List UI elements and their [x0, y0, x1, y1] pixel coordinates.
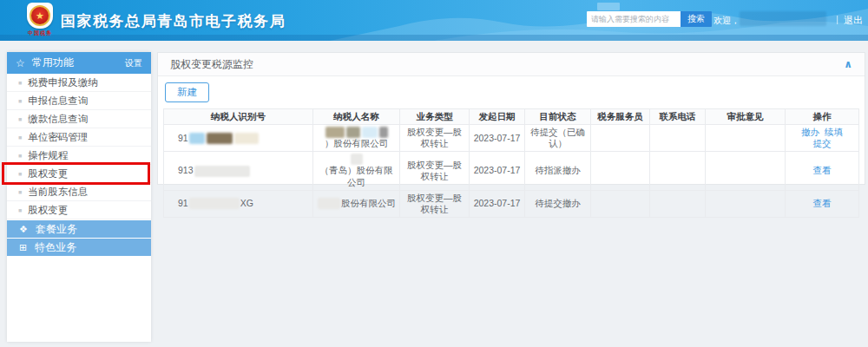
taxpayer-id-visible: 91 — [178, 198, 188, 209]
page-title: 国家税务总局青岛市电子税务局 — [61, 11, 286, 31]
col-status: 目前状态 — [525, 109, 591, 124]
start-date-cell: 2023-07-17 — [470, 152, 525, 189]
actions-cell: 查看 — [786, 152, 858, 189]
sidebar-section-package-business[interactable]: ❖ 套餐业务 — [7, 220, 151, 238]
business-type-cell: 股权变更—股权转让 — [400, 191, 470, 217]
table-row: 91 XG 股份有限公司 股权变更—股权转让 2023-07-17 待提交撤办 … — [164, 191, 858, 217]
redacted-block — [194, 166, 250, 177]
redacted-block — [346, 127, 360, 138]
red-highlight-box — [2, 162, 150, 185]
sidebar-section-label: 特色业务 — [35, 240, 76, 255]
sidebar-section-special-business[interactable]: ⊞ 特色业务 — [7, 239, 151, 256]
taxpayer-id-visible-suffix: XG — [240, 198, 253, 209]
welcome-label: 欢迎， — [713, 15, 740, 27]
taxpayer-id-cell: 91 — [164, 125, 313, 151]
col-start-date: 发起日期 — [470, 109, 525, 124]
redacted-block — [207, 133, 233, 144]
bullet-icon: ■ — [18, 80, 22, 86]
actions-cell: 撤办 续填 提交 — [786, 125, 858, 151]
col-taxpayer-name: 纳税人名称 — [313, 109, 400, 124]
taxpayer-name-cell: 股份有限公司 — [313, 191, 400, 217]
bullet-icon: ■ — [18, 98, 22, 104]
submit-link[interactable]: 提交 — [813, 138, 832, 149]
sidebar-item-equity-change[interactable]: ■ 股权变更 — [7, 165, 151, 183]
withdraw-link[interactable]: 撤办 — [801, 127, 819, 138]
col-taxpayer-id: 纳税人识别号 — [164, 109, 313, 124]
view-link[interactable]: 查看 — [813, 198, 832, 209]
redacted-badge — [597, 3, 620, 10]
sidebar-item-current-shareholder-info[interactable]: ■ 当前股东信息 — [7, 183, 151, 201]
start-date-cell: 2023-07-17 — [470, 191, 525, 217]
status-cell: 待指派撤办 — [525, 152, 591, 189]
settings-link[interactable]: 设置 — [125, 57, 142, 69]
main-panel: 股权变更税源监控 ∧ 新建 纳税人识别号 纳税人名称 业务类型 发起日期 目前状… — [157, 52, 865, 185]
sidebar-header-title: 常用功能 — [32, 56, 125, 70]
bullet-icon: ■ — [18, 153, 22, 159]
bullet-icon: ■ — [18, 171, 22, 177]
view-link[interactable]: 查看 — [813, 165, 832, 176]
opinion-cell — [706, 125, 786, 151]
logo-caption: 中国税务 — [24, 29, 56, 37]
sidebar-item-label: 单位密码管理 — [28, 131, 88, 144]
sidebar-item-label: 股权变更 — [28, 204, 68, 217]
redacted-block — [189, 133, 205, 144]
table-row: 91 ）股份有限公司 股权变更—股权转让 2023-07-17 待提交（已确认）… — [164, 125, 858, 152]
col-phone: 联系电话 — [650, 109, 706, 124]
sidebar-item-unit-password-mgmt[interactable]: ■ 单位密码管理 — [7, 128, 151, 147]
taxpayer-id-cell: 91 XG — [164, 191, 313, 217]
tax-officer-cell — [591, 152, 650, 189]
taxpayer-id-visible: 91 — [178, 133, 188, 144]
taxpayer-name-visible: （青岛）股份有限公司 — [316, 165, 397, 187]
taxpayer-id-visible: 913 — [178, 165, 194, 176]
sidebar-item-label: 操作规程 — [28, 149, 68, 162]
sidebar-item-declaration-info-query[interactable]: ■ 申报信息查询 — [7, 92, 151, 110]
header-divider: | — [836, 14, 838, 27]
logout-link[interactable]: 退出 — [844, 14, 863, 27]
opinion-cell — [706, 152, 786, 189]
new-button[interactable]: 新建 — [165, 82, 209, 102]
redacted-block — [318, 198, 340, 209]
sidebar-item-label: 当前股东信息 — [28, 186, 88, 199]
sidebar-item-operation-guide[interactable]: ■ 操作规程 — [7, 147, 151, 165]
sidebar-item-tax-declaration-payment[interactable]: ■ 税费申报及缴纳 — [7, 74, 151, 92]
status-cell: 待提交（已确认） — [525, 125, 591, 151]
sidebar-item-label: 股权变更 — [28, 167, 68, 180]
redacted-block — [189, 198, 240, 209]
sidebar: ☆ 常用功能 设置 ■ 税费申报及缴纳 ■ 申报信息查询 ■ 缴款信息查询 ■ … — [7, 52, 151, 342]
sidebar-item-payment-info-query[interactable]: ■ 缴款信息查询 — [7, 110, 151, 128]
sidebar-header: ☆ 常用功能 设置 — [7, 52, 151, 74]
star-icon: ☆ — [16, 57, 25, 69]
search-input[interactable] — [587, 11, 681, 27]
col-tax-officer: 税务服务员 — [591, 109, 650, 124]
actions-cell: 查看 — [786, 191, 858, 217]
sidebar-section-label: 套餐业务 — [36, 222, 77, 237]
continue-fill-link[interactable]: 续填 — [825, 127, 843, 138]
tax-officer-cell — [591, 191, 650, 217]
chevron-up-icon[interactable]: ∧ — [844, 58, 852, 70]
taxpayer-name-cell: （青岛）股份有限公司 — [313, 152, 400, 189]
search-button[interactable]: 搜索 — [681, 11, 712, 27]
table-row: 913 （青岛）股份有限公司 股权变更—股权转让 2023-07-17 待指派撤… — [164, 152, 858, 190]
bullet-icon: ■ — [18, 207, 22, 213]
bullet-icon: ■ — [18, 189, 22, 195]
redacted-block — [234, 133, 259, 144]
taxpayer-name-visible: 股份有限公司 — [341, 198, 396, 209]
panel-header: 股权变更税源监控 ∧ — [158, 53, 865, 76]
panel-title: 股权变更税源监控 — [170, 57, 844, 72]
opinion-cell — [706, 191, 786, 217]
sidebar-item-label: 缴款信息查询 — [28, 113, 88, 126]
header-bottom-strip — [0, 35, 868, 41]
sidebar-item-label: 申报信息查询 — [28, 95, 88, 108]
redacted-username — [740, 11, 826, 26]
taxpayer-id-cell: 913 — [164, 152, 313, 189]
taxpayer-name-visible: ）股份有限公司 — [325, 138, 389, 149]
taxpayer-name-cell: ）股份有限公司 — [313, 125, 400, 151]
phone-cell — [650, 191, 706, 217]
sidebar-item-equity-change-2[interactable]: ■ 股权变更 — [7, 201, 151, 219]
redacted-block — [351, 154, 363, 165]
bullet-icon: ■ — [18, 116, 22, 122]
layers-icon: ❖ — [19, 224, 28, 235]
table-header-row: 纳税人识别号 纳税人名称 业务类型 发起日期 目前状态 税务服务员 联系电话 审… — [164, 109, 858, 125]
grid-icon: ⊞ — [19, 242, 27, 253]
col-actions: 操作 — [786, 109, 858, 124]
